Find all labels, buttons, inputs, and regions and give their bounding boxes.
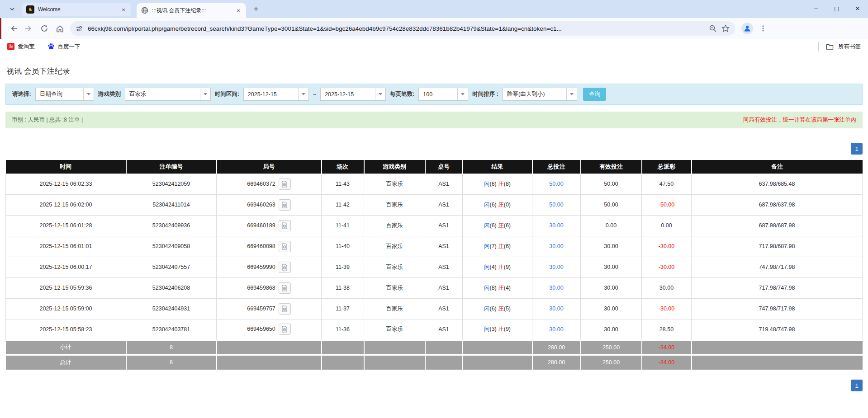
page-content: 视讯 会员下注纪录 请选择: 日期查询 游戏类别 百家乐 时间区间: 2025-… [0,66,868,391]
cell-session: 11-40 [322,236,364,257]
video-replay-button[interactable] [279,282,291,294]
cell-session: 11-42 [322,194,364,215]
address-bar[interactable]: 66cxkj98.com/ipl/portal.php/game/betreco… [70,21,735,36]
cell-time: 2025-12-15 05:59:00 [6,298,126,319]
minimize-button[interactable]: ─ [806,0,826,17]
info-notice: 同局有效投注，统一计算在该局第一张注单内 [743,116,856,124]
cell-total-bet-link[interactable]: 50.00 [532,194,581,215]
cell-note: 717.98/687.98 [692,236,863,257]
query-type-select[interactable]: 日期查询 [35,88,94,101]
table-header-row: 时间 注单编号 局号 场次 游戏类别 桌号 结果 总投注 有效投注 总派彩 备注 [6,160,863,174]
cell-session: 11-36 [322,319,364,340]
cell-time: 2025-12-15 06:02:00 [6,194,126,215]
subtotal-payout: -34.00 [642,340,692,355]
reload-icon [40,24,48,33]
menu-dots-icon[interactable] [759,25,767,32]
sort-select[interactable]: 降幂(由大到小) [503,88,577,101]
time-range-label: 时间区间: [215,90,239,98]
cell-total-bet-link[interactable]: 30.00 [532,277,581,298]
cell-note: 637.98/685.48 [692,174,863,194]
home-button[interactable] [52,21,67,36]
cell-total-bet-link[interactable]: 50.00 [532,174,581,194]
search-button[interactable]: 查询 [583,88,606,101]
person-icon [743,24,751,33]
tab-title: :::视讯 会员下注纪录::: [152,7,231,14]
video-replay-button[interactable] [279,303,291,315]
game-type-select[interactable]: 百家乐 [125,88,211,101]
date-from-select[interactable]: 2025-12-15 [243,88,309,101]
cell-total-bet-link[interactable]: 30.00 [532,319,581,340]
subtotal-label: 小计 [6,340,126,355]
maximize-button[interactable]: ▢ [826,0,847,17]
cell-total-bet-link[interactable]: 30.00 [532,236,581,257]
pagination-bottom: 1 [5,380,863,391]
cell-payout: -30.00 [642,298,692,319]
pagination-top: 1 [5,143,863,155]
video-replay-button[interactable] [279,324,291,335]
tab-strip: ♞ Welcome × :::视讯 会员下注纪录::: × + ─ ▢ ✕ [0,0,868,18]
tab-betrecord[interactable]: :::视讯 会员下注纪录::: × [137,3,246,18]
tab-welcome[interactable]: ♞ Welcome × [22,3,131,16]
cell-bet-id: 523042404931 [126,298,217,319]
cell-valid-bet: 30.00 [581,257,642,277]
cell-valid-bet: 30.00 [581,319,642,340]
date-to-select[interactable]: 2025-12-15 [320,88,386,101]
cell-result: 闲(8) 庄(4) [463,277,532,298]
zoom-out-icon[interactable] [709,24,717,33]
window-controls: ─ ▢ ✕ [806,0,868,17]
cell-total-bet-link[interactable]: 30.00 [532,257,581,277]
forward-button[interactable] [21,21,37,36]
cell-round-id: 669460263 [217,194,322,215]
close-window-button[interactable]: ✕ [847,0,868,17]
taobao-icon: 淘 [7,43,14,50]
cell-payout: -30.00 [642,257,692,277]
tab-close-icon[interactable]: × [119,5,128,14]
site-info-icon[interactable] [76,25,83,33]
video-replay-button[interactable] [279,199,291,211]
col-result: 结果 [463,160,532,174]
bookmark-taobao[interactable]: 淘 爱淘宝 [7,43,35,51]
cell-result: 闲(6) 庄(6) [463,215,532,236]
page-1-button[interactable]: 1 [851,143,863,155]
toolbar-right [741,23,767,34]
cell-total-bet-link[interactable]: 30.00 [532,298,581,319]
col-valid-bet: 有效投注 [581,160,642,174]
home-icon [56,24,64,33]
per-page-select[interactable]: 100 [418,88,468,101]
video-replay-button[interactable] [279,241,291,252]
video-icon [281,264,288,271]
col-table-no: 桌号 [425,160,463,174]
back-arrow-icon [9,24,18,33]
video-icon [281,305,288,312]
cell-bet-id: 523042411014 [126,194,217,215]
cell-total-bet-link[interactable]: 30.00 [532,215,581,236]
total-row: 总计 8 280.00 250.00 -34.00 [6,355,863,370]
video-replay-button[interactable] [279,220,291,231]
col-payout: 总派彩 [642,160,692,174]
back-button[interactable] [6,21,21,36]
tab-close-icon[interactable]: × [234,6,242,14]
video-replay-button[interactable] [279,178,291,190]
currency-summary: 币别 : 人民币 | 总共 :8 注单 | [12,116,83,124]
cell-result: 闲(7) 庄(6) [463,236,532,257]
cell-table-no: AS1 [425,194,463,215]
col-time: 时间 [6,160,126,174]
all-bookmarks[interactable]: 所有书签 [818,42,861,51]
video-replay-button[interactable] [279,262,291,273]
cell-time: 2025-12-15 06:00:17 [6,257,126,277]
cell-result: 闲(4) 庄(9) [463,257,532,277]
cell-round-id: 669459650 [217,319,322,340]
bookmark-baidu[interactable]: 百度一下 [47,43,81,51]
reload-button[interactable] [37,21,52,36]
page-1-button[interactable]: 1 [851,380,863,391]
col-game-type: 游戏类别 [364,160,425,174]
tab-search-button[interactable] [5,2,19,16]
chevron-down-icon [298,88,308,100]
bookmark-star-icon[interactable] [721,24,730,33]
cell-round-id: 669459868 [217,277,322,298]
new-tab-button[interactable]: + [250,3,262,15]
tilde-separator: ~ [313,91,316,98]
profile-avatar[interactable] [741,23,753,34]
cell-payout: 30.00 [642,277,692,298]
table-row: 2025-12-15 05:59:00 523042404931 6694597… [6,298,863,319]
